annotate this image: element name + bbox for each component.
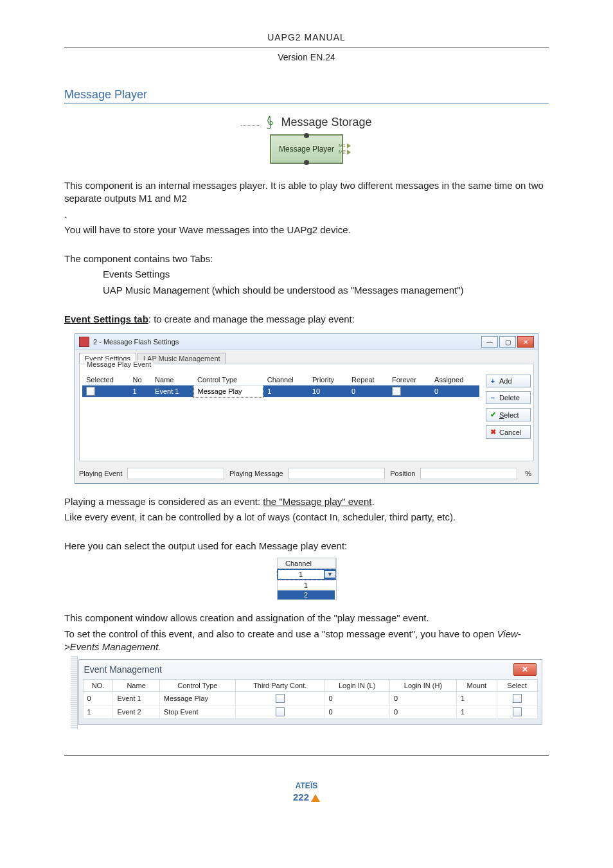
channel-option[interactable]: 2: [277, 590, 335, 599]
col-repeat[interactable]: Repeat: [348, 375, 388, 385]
col-control-type[interactable]: Control Type: [193, 375, 263, 385]
table-row[interactable]: 0 Event 1 Message Play 0 0 1: [83, 692, 537, 705]
section-title: Message Player: [64, 88, 549, 103]
close-button[interactable]: ✕: [517, 336, 534, 348]
component-output-pins: M1 M2: [339, 143, 351, 155]
paragraph: The component contains two Tabs:: [64, 252, 549, 265]
paragraph: Playing a message is considered as an ev…: [64, 495, 549, 508]
panel-grip[interactable]: [71, 656, 78, 729]
header-rule: [64, 48, 549, 48]
channel-dropdown[interactable]: Channel 1 ▼ 1 2: [277, 558, 337, 600]
doc-subtitle: Version EN.24: [64, 52, 549, 88]
maximize-button[interactable]: ▢: [499, 336, 516, 348]
footer-rule: [64, 755, 549, 756]
channel-option[interactable]: 1: [277, 580, 335, 590]
minimize-button[interactable]: —: [481, 336, 498, 348]
col-mount[interactable]: Mount: [456, 680, 497, 692]
tree-item-label: Message Storage: [281, 116, 371, 129]
event-management-panel: Event Management ✕ NO. Name Control Type…: [78, 659, 542, 725]
col-no[interactable]: No: [129, 375, 152, 385]
playing-message-field: [289, 468, 386, 479]
select-checkbox[interactable]: [513, 694, 522, 703]
col-login-in-l[interactable]: Login IN (L): [324, 680, 389, 692]
component-label: Message Player: [279, 145, 334, 154]
doc-title: UAPG2 MANUAL: [64, 32, 549, 45]
third-party-checkbox[interactable]: [276, 707, 285, 716]
add-button[interactable]: +Add: [486, 375, 531, 387]
cancel-button[interactable]: ✖Cancel: [486, 425, 531, 439]
gclef-icon: [264, 115, 276, 129]
footer-brand: ATEÏS: [64, 781, 549, 790]
groupbox-message-play-event: Message Play Event Selected No Name Cont…: [79, 364, 534, 461]
event-table: Selected No Name Control Type Channel Pr…: [82, 375, 479, 458]
col-control-type[interactable]: Control Type: [159, 680, 235, 692]
close-button[interactable]: ✕: [513, 663, 537, 676]
message-flash-settings-dialog: 2 - Message Flash Settings — ▢ ✕ Event S…: [75, 333, 538, 484]
col-third-party-cont[interactable]: Third Party Cont.: [236, 680, 324, 692]
event-management-title: Event Management: [84, 664, 162, 675]
paragraph: Here you can select the output used for …: [64, 540, 549, 553]
component-message-player: Message Player M1 M2: [270, 134, 343, 164]
app-icon: [79, 337, 89, 347]
list-item: UAP Music Management (which should be un…: [103, 284, 549, 297]
position-field: [420, 468, 517, 479]
percent-label: %: [522, 470, 534, 477]
page-number: 222: [293, 792, 309, 802]
x-icon: ✖: [489, 428, 497, 436]
col-no[interactable]: NO.: [83, 680, 113, 692]
col-channel[interactable]: Channel: [263, 375, 308, 385]
table-row[interactable]: 1 Event 2 Stop Event 0 0 1: [83, 705, 537, 719]
footer-arrow-icon: [311, 794, 320, 802]
channel-column-header: Channel: [277, 558, 336, 569]
groupbox-title: Message Play Event: [85, 360, 153, 368]
paragraph: Like every event, it can be controlled b…: [64, 511, 549, 524]
col-forever[interactable]: Forever: [388, 375, 431, 385]
playing-event-field: [127, 468, 224, 479]
paragraph: This component window allows creation an…: [64, 612, 549, 624]
third-party-checkbox[interactable]: [276, 694, 285, 703]
col-name[interactable]: Name: [113, 680, 159, 692]
select-checkbox[interactable]: [513, 707, 522, 716]
footer: ATEÏS 222: [64, 781, 549, 802]
plus-icon: +: [489, 377, 497, 385]
paragraph: You will have to store your Wave message…: [64, 224, 549, 236]
channel-current-value[interactable]: 1: [278, 570, 324, 579]
paragraph: This component is an internal messages p…: [64, 179, 549, 206]
dialog-titlebar[interactable]: 2 - Message Flash Settings — ▢ ✕: [75, 334, 538, 350]
paragraph: To set the control of this event, and al…: [64, 628, 549, 654]
channel-option-list: 1 2: [277, 580, 336, 599]
selected-checkbox[interactable]: [86, 387, 95, 396]
paragraph: Event Settings tab: to create and manage…: [64, 313, 549, 326]
delete-button[interactable]: −Delete: [486, 391, 531, 404]
event-management-table: NO. Name Control Type Third Party Cont. …: [83, 679, 538, 719]
col-name[interactable]: Name: [151, 375, 193, 385]
forever-checkbox[interactable]: [392, 387, 401, 396]
col-priority[interactable]: Priority: [308, 375, 348, 385]
tree-item-message-storage: Message Storage: [241, 115, 371, 129]
col-select[interactable]: Select: [497, 680, 537, 692]
playing-event-label: Playing Event: [79, 470, 122, 477]
col-selected[interactable]: Selected: [82, 375, 129, 385]
playing-message-label: Playing Message: [229, 470, 283, 477]
status-row: Playing Event Playing Message Position %: [75, 465, 538, 483]
paragraph: .: [64, 208, 549, 221]
col-login-in-h[interactable]: Login IN (H): [389, 680, 456, 692]
chevron-down-icon[interactable]: ▼: [324, 571, 335, 578]
check-icon: ✔: [489, 411, 497, 419]
dialog-title: 2 - Message Flash Settings: [93, 338, 179, 346]
col-assigned[interactable]: Assigned: [431, 375, 479, 385]
minus-icon: −: [489, 394, 497, 402]
table-row[interactable]: 1 Event 1 Message Play 1 10 0 0: [82, 385, 479, 398]
select-button[interactable]: ✔Select: [486, 408, 531, 421]
position-label: Position: [390, 470, 415, 477]
list-item: Events Settings: [103, 268, 549, 281]
